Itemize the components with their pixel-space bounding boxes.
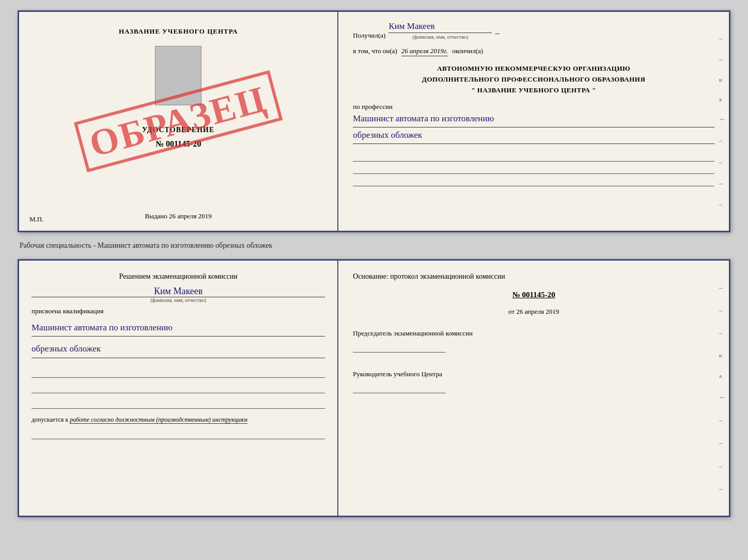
chairman-block: Председатель экзаменационной комиссии: [353, 328, 714, 353]
top-doc-left: НАЗВАНИЕ УЧЕБНОГО ЦЕНТРА УДОСТОВЕРЕНИЕ №…: [19, 12, 338, 231]
org-line2: ДОПОЛНИТЕЛЬНОГО ПРОФЕССИОНАЛЬНОГО ОБРАЗО…: [353, 74, 714, 85]
receiver-prefix: Получил(а): [353, 31, 385, 40]
receiver-name: Ким Макеев: [388, 21, 492, 33]
dash-6: –: [719, 179, 726, 187]
head-signature: [353, 382, 446, 393]
допускается-text: работе согласно должностным (производств…: [70, 416, 247, 424]
line-1: [353, 151, 714, 162]
protocol-date: от 26 апреля 2019: [353, 308, 714, 316]
line-2: [353, 164, 714, 174]
bdash-5: –: [719, 416, 726, 424]
top-document: НАЗВАНИЕ УЧЕБНОГО ЦЕНТРА УДОСТОВЕРЕНИЕ №…: [18, 10, 730, 232]
chairman-signature: [353, 341, 446, 353]
profession-block: по профессии Машинист автомата по изгото…: [353, 103, 714, 143]
doc-caption: Рабочая специальность - Машинист автомат…: [18, 242, 730, 250]
qualification-line1: Машинист автомата по изготовлению: [32, 319, 325, 337]
cert-label: УДОСТОВЕРЕНИЕ: [142, 126, 214, 134]
chairman-label: Председатель экзаменационной комиссии: [353, 328, 714, 339]
issued-date: Выдано 26 апреля 2019: [145, 212, 212, 220]
blank-1: [32, 366, 325, 378]
protocol-number: № 001145-20: [353, 291, 714, 299]
org-name-left: НАЗВАНИЕ УЧЕБНОГО ЦЕНТРА: [119, 27, 238, 36]
bdash-7: –: [719, 462, 726, 470]
cert-number: № 001145-20: [155, 139, 201, 149]
date-row: в том, что он(а) 26 апреля 2019г. окончи…: [353, 47, 714, 56]
dash-3: ←: [719, 115, 726, 123]
line-3: [353, 176, 714, 186]
date-prefix: в том, что он(а): [353, 47, 397, 55]
dash-marks-right: – – и а ← – – – –: [719, 27, 726, 215]
name-sublabel: (фамилия, имя, отчество): [32, 297, 325, 303]
org-line3: " НАЗВАНИЕ УЧЕБНОГО ЦЕНТРА ": [353, 85, 714, 96]
допускается-prefix: допускается к: [32, 416, 68, 423]
dash-2: –: [719, 55, 726, 63]
top-doc-right: Получил(а) Ким Макеев (фамилия, имя, отч…: [338, 12, 729, 231]
bdash-3: –: [719, 329, 726, 337]
dash-5: –: [719, 158, 726, 166]
mp-label: М.П.: [29, 215, 43, 223]
dash-7: –: [719, 200, 726, 209]
receiver-row: Получил(а) Ким Макеев (фамилия, имя, отч…: [353, 21, 714, 40]
bottom-document: Решением экзаменационной комиссии Ким Ма…: [18, 259, 730, 517]
protocol-date-value: 26 апреля 2019: [516, 308, 559, 315]
blank-lines: [32, 366, 325, 409]
ba-mark: а: [719, 373, 726, 379]
name-block: Ким Макеев (фамилия, имя, отчество): [32, 286, 325, 303]
document-container: НАЗВАНИЕ УЧЕБНОГО ЦЕНТРА УДОСТОВЕРЕНИЕ №…: [18, 10, 730, 517]
photo-placeholder: [155, 46, 201, 105]
допускается-line: [32, 428, 325, 439]
допускается-row: допускается к работе согласно должностны…: [32, 416, 247, 424]
assigned-text: присвоена квалификация: [32, 307, 103, 315]
blank-2: [32, 382, 325, 393]
issued-label: Выдано: [145, 212, 167, 220]
qualification-line2: обрезных обложек: [32, 341, 325, 358]
profession-label: по профессии: [353, 103, 714, 111]
profession-line2: обрезных обложек: [353, 127, 714, 144]
date-suffix: окончил(а): [452, 47, 483, 55]
date-value: 26 апреля 2019г.: [401, 47, 448, 56]
i-mark: и: [719, 76, 726, 83]
decision-text: Решением экзаменационной комиссии: [32, 271, 325, 282]
person-name: Ким Макеев: [32, 286, 325, 297]
org-line1: АВТОНОМНУЮ НЕКОММЕРЧЕСКУЮ ОРГАНИЗАЦИЮ: [353, 63, 714, 74]
bdash-6: –: [719, 439, 726, 447]
bottom-doc-left: Решением экзаменационной комиссии Ким Ма…: [19, 261, 338, 516]
bdash-2: –: [719, 306, 726, 314]
head-block: Руководитель учебного Центра: [353, 369, 714, 393]
head-label: Руководитель учебного Центра: [353, 369, 714, 380]
blank-3: [32, 397, 325, 409]
basis-text: Основание: протокол экзаменационной коми…: [353, 271, 714, 282]
issued-date-value: 26 апреля 2019: [169, 212, 212, 220]
right-side-lines: [353, 151, 714, 186]
profession-line1: Машинист автомата по изготовлению: [353, 111, 714, 127]
dash-1: –: [719, 34, 726, 42]
protocol-date-prefix: от: [508, 308, 515, 315]
bi-mark: и: [719, 352, 726, 358]
bottom-doc-right: Основание: протокол экзаменационной коми…: [338, 261, 729, 516]
bdash-8: –: [719, 485, 726, 493]
receiver-sublabel: (фамилия, имя, отчество): [412, 34, 468, 40]
dash-4: –: [719, 136, 726, 145]
a-mark: а: [719, 96, 726, 102]
bdash-1: –: [719, 283, 726, 292]
org-block: АВТОНОМНУЮ НЕКОММЕРЧЕСКУЮ ОРГАНИЗАЦИЮ ДО…: [353, 63, 714, 95]
bottom-dash-marks: – – – и а ← – – – –: [719, 276, 726, 500]
bdash-4: ←: [719, 393, 726, 402]
